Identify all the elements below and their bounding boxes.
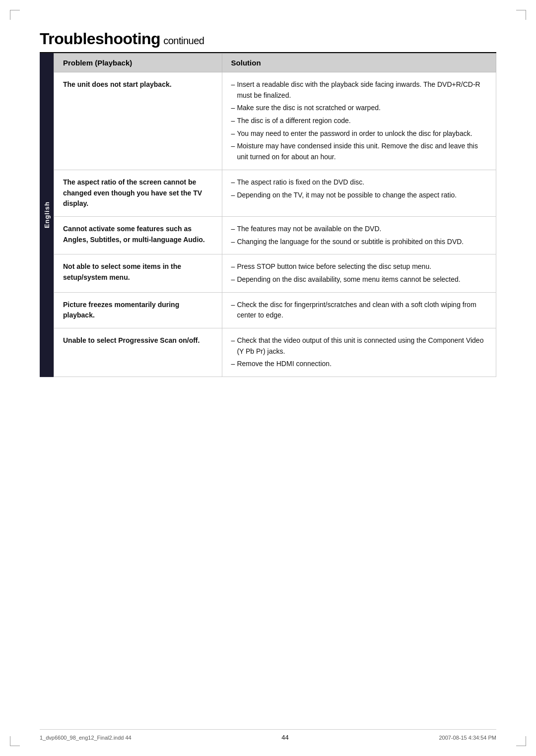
solution-dash: – bbox=[231, 261, 235, 272]
table-row: Cannot activate some features such as An… bbox=[54, 216, 496, 254]
solution-text: Depending on the TV, it may not be possi… bbox=[237, 190, 487, 201]
solution-item: –Changing the language for the sound or … bbox=[231, 237, 487, 248]
corner-mark-bl bbox=[10, 736, 20, 746]
title-continued: continued bbox=[163, 35, 204, 46]
problem-cell-4: Picture freezes momentarily during playb… bbox=[54, 292, 222, 328]
solution-item: –The aspect ratio is fixed on the DVD di… bbox=[231, 177, 487, 188]
troubleshoot-table: Problem (Playback) Solution The unit doe… bbox=[54, 53, 496, 377]
solution-text: Remove the HDMI connection. bbox=[237, 359, 487, 370]
problem-cell-0: The unit does not start playback. bbox=[54, 72, 222, 170]
solution-text: Depending on the disc availability, some… bbox=[237, 274, 487, 285]
solution-dash: – bbox=[231, 141, 235, 162]
corner-mark-tl bbox=[10, 10, 20, 20]
solution-item: –Depending on the disc availability, som… bbox=[231, 274, 487, 285]
solution-item: –Make sure the disc is not scratched or … bbox=[231, 103, 487, 114]
problem-cell-1: The aspect ratio of the screen cannot be… bbox=[54, 170, 222, 216]
table-row: Not able to select some items in the set… bbox=[54, 254, 496, 292]
solution-text: Check the disc for fingerprint/scratches… bbox=[237, 300, 487, 321]
solution-text: Moisture may have condensed inside this … bbox=[237, 141, 487, 162]
solution-text: Make sure the disc is not scratched or w… bbox=[237, 103, 487, 114]
problem-cell-2: Cannot activate some features such as An… bbox=[54, 216, 222, 254]
solution-text: Press STOP button twice before selecting… bbox=[237, 261, 487, 272]
solution-item: –Press STOP button twice before selectin… bbox=[231, 261, 487, 272]
solution-text: The disc is of a different region code. bbox=[237, 116, 487, 126]
footer-page-number: 44 bbox=[281, 734, 288, 741]
problem-cell-5: Unable to select Progressive Scan on/off… bbox=[54, 328, 222, 377]
table-row: The aspect ratio of the screen cannot be… bbox=[54, 170, 496, 216]
solution-text: Insert a readable disc with the playback… bbox=[237, 79, 487, 101]
title-text: Troubleshooting bbox=[40, 30, 160, 48]
footer-filename: 1_dvp6600_98_eng12_Final2.indd 44 bbox=[40, 735, 132, 741]
page: Troubleshootingcontinued English Problem… bbox=[0, 0, 536, 756]
solution-item: –The disc is of a different region code. bbox=[231, 116, 487, 126]
solution-item: –Check the disc for fingerprint/scratche… bbox=[231, 300, 487, 321]
solution-item: –The features may not be available on th… bbox=[231, 224, 487, 235]
solution-text: You may need to enter the password in or… bbox=[237, 128, 487, 139]
page-title: Troubleshootingcontinued bbox=[40, 30, 496, 48]
problem-cell-3: Not able to select some items in the set… bbox=[54, 254, 222, 292]
solution-text: The aspect ratio is fixed on the DVD dis… bbox=[237, 177, 487, 188]
solution-dash: – bbox=[231, 274, 235, 285]
solution-dash: – bbox=[231, 116, 235, 126]
footer-date: 2007-08-15 4:34:54 PM bbox=[439, 735, 496, 741]
solution-dash: – bbox=[231, 79, 235, 101]
solution-cell-1: –The aspect ratio is fixed on the DVD di… bbox=[222, 170, 496, 216]
table-row: Unable to select Progressive Scan on/off… bbox=[54, 328, 496, 377]
table-row: Picture freezes momentarily during playb… bbox=[54, 292, 496, 328]
solution-dash: – bbox=[231, 177, 235, 188]
solution-dash: – bbox=[231, 190, 235, 201]
corner-mark-br bbox=[516, 736, 526, 746]
solution-dash: – bbox=[231, 300, 235, 321]
content-area: English Problem (Playback) Solution The … bbox=[40, 53, 496, 377]
solution-text: The features may not be available on the… bbox=[237, 224, 487, 235]
solution-cell-4: –Check the disc for fingerprint/scratche… bbox=[222, 292, 496, 328]
solution-dash: – bbox=[231, 103, 235, 114]
solution-text: Check that the video output of this unit… bbox=[237, 335, 487, 357]
sidebar-english-label: English bbox=[40, 53, 54, 377]
solution-dash: – bbox=[231, 237, 235, 248]
footer: 1_dvp6600_98_eng12_Final2.indd 44 44 200… bbox=[40, 729, 496, 741]
solution-item: –You may need to enter the password in o… bbox=[231, 128, 487, 139]
solution-item: –Insert a readable disc with the playbac… bbox=[231, 79, 487, 101]
header-solution: Solution bbox=[222, 54, 496, 72]
solution-item: –Remove the HDMI connection. bbox=[231, 359, 487, 370]
solution-item: –Check that the video output of this uni… bbox=[231, 335, 487, 357]
solution-item: –Moisture may have condensed inside this… bbox=[231, 141, 487, 162]
solution-dash: – bbox=[231, 224, 235, 235]
solution-cell-5: –Check that the video output of this uni… bbox=[222, 328, 496, 377]
solution-cell-0: –Insert a readable disc with the playbac… bbox=[222, 72, 496, 170]
solution-text: Changing the language for the sound or s… bbox=[237, 237, 487, 248]
solution-dash: – bbox=[231, 335, 235, 357]
table-row: The unit does not start playback.–Insert… bbox=[54, 72, 496, 170]
solution-dash: – bbox=[231, 359, 235, 370]
solution-item: –Depending on the TV, it may not be poss… bbox=[231, 190, 487, 201]
header-problem: Problem (Playback) bbox=[54, 54, 222, 72]
solution-cell-3: –Press STOP button twice before selectin… bbox=[222, 254, 496, 292]
corner-mark-tr bbox=[516, 10, 526, 20]
solution-cell-2: –The features may not be available on th… bbox=[222, 216, 496, 254]
solution-dash: – bbox=[231, 128, 235, 139]
